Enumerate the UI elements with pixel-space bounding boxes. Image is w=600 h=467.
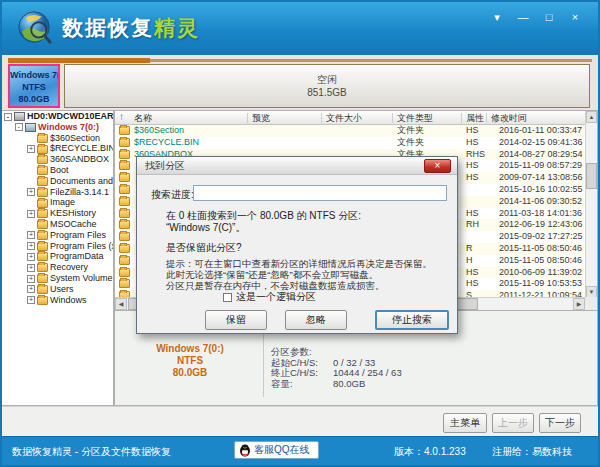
tree-item-label: $360Section (50, 133, 100, 143)
tree-item[interactable]: 360SANDBOX (2, 154, 113, 165)
title-bar: 数据恢复精灵 ▾ — □ × (2, 2, 598, 55)
plus-expand-icon[interactable]: + (27, 285, 35, 293)
minus-expand-icon[interactable]: - (4, 113, 12, 121)
tree-item[interactable]: Boot (2, 165, 113, 176)
column-separator (321, 113, 322, 123)
tree-item[interactable]: +Users (2, 284, 113, 295)
tree-item[interactable]: Image (2, 197, 113, 208)
up-folder-icon[interactable]: ↑ (119, 111, 124, 122)
folder-icon (37, 242, 48, 251)
file-row[interactable]: $RECYCLE.BIN文件夹HS2014-02-15 09:41:36 (115, 137, 585, 149)
tree-item[interactable]: +$RECYCLE.BIN (2, 143, 113, 154)
tree-item[interactable]: $360Section (2, 133, 113, 144)
minus-expand-icon[interactable]: - (15, 123, 23, 131)
drive-icon (25, 123, 36, 132)
minimize-icon[interactable]: — (514, 10, 532, 24)
folder-icon (119, 244, 130, 253)
tree-item[interactable]: +FileZilla-3.14.1 (2, 187, 113, 198)
cell-time: 2012-06-19 12:43:06 (499, 219, 583, 231)
dialog-close-icon[interactable]: × (424, 159, 451, 173)
tree-item-label: ProgramData (50, 251, 104, 261)
globe-magnifier-icon (16, 9, 54, 47)
tree-item[interactable]: +KESHistory (2, 208, 113, 219)
partition-box-free[interactable]: 空闲 851.5GB (64, 64, 590, 108)
next-step-button[interactable]: 下一步 (539, 413, 581, 433)
plus-expand-icon[interactable]: + (27, 188, 35, 196)
file-list-header[interactable]: ↑ 名称 预览 文件大小 文件类型 属性 修改时间 (115, 111, 585, 125)
partition-size: 80.0GB (10, 93, 58, 105)
col-name[interactable]: 名称 (134, 112, 152, 125)
tree-item[interactable]: -Windows 7(0:) (2, 122, 113, 133)
plus-expand-icon[interactable]: + (27, 210, 35, 218)
folder-icon (119, 126, 130, 135)
folder-icon (119, 279, 130, 288)
vertical-scroll-thumb[interactable] (586, 163, 597, 189)
dialog-title-bar[interactable]: 找到分区 (137, 157, 457, 175)
tree-item-label: Windows 7(0:) (38, 122, 99, 132)
plus-expand-icon[interactable]: + (27, 264, 35, 272)
plus-expand-icon[interactable]: + (27, 253, 35, 261)
folder-icon (119, 161, 130, 170)
cell-time: 2015-10-16 10:02:55 (499, 184, 583, 196)
main-menu-button[interactable]: 主菜单 (443, 413, 487, 433)
ignore-button[interactable]: 忽略 (285, 310, 347, 330)
vertical-scrollbar[interactable]: ▲ ▼ (585, 111, 597, 298)
logical-partition-checkbox[interactable]: 这是一个逻辑分区 (223, 290, 316, 304)
scrollbar-corner (585, 297, 597, 310)
qq-online-button[interactable]: 客服QQ在线 (234, 441, 319, 459)
tree-item-label: Program Files (50, 230, 106, 240)
folder-icon (37, 296, 48, 305)
partition-label: Windows 7(0:) (10, 69, 58, 81)
scroll-up-icon[interactable]: ▲ (586, 111, 597, 123)
close-icon[interactable]: × (566, 10, 584, 24)
folder-icon (37, 285, 48, 294)
tree-item-label: $RECYCLE.BIN (50, 143, 114, 153)
tree-item[interactable]: Documents and Setti (2, 176, 113, 187)
folder-icon (119, 150, 130, 159)
prev-step-button[interactable]: 上一步 (492, 413, 534, 433)
stop-search-button[interactable]: 停止搜索 (375, 310, 449, 330)
param-label: 容量: (271, 379, 333, 390)
tree-item[interactable]: -HD0:WDCWD10EARS-00Y5B1 (2, 111, 113, 122)
col-mtime[interactable]: 修改时间 (491, 112, 527, 125)
tree-item[interactable]: MSOCache (2, 219, 113, 230)
app-logo: 数据恢复精灵 (16, 9, 200, 47)
tree-item[interactable]: +Program Files (x86) (2, 241, 113, 252)
param-value: 0 / 32 / 33 (333, 357, 375, 368)
plus-expand-icon[interactable]: + (27, 145, 35, 153)
plus-expand-icon[interactable]: + (27, 296, 35, 304)
column-separator (392, 113, 393, 123)
file-row[interactable]: $360Section文件夹HS2016-01-11 00:33:47 (115, 125, 585, 137)
col-preview[interactable]: 预览 (252, 112, 270, 125)
col-type[interactable]: 文件类型 (397, 112, 433, 125)
tree-item-label: Windows (50, 295, 87, 305)
col-size[interactable]: 文件大小 (326, 112, 362, 125)
maximize-icon[interactable]: □ (540, 10, 558, 24)
column-separator (247, 113, 248, 123)
plus-expand-icon[interactable]: + (27, 275, 35, 283)
qq-online-label: 客服QQ在线 (254, 442, 310, 458)
col-attr[interactable]: 属性 (466, 112, 484, 125)
keep-button[interactable]: 保留 (205, 310, 267, 330)
directory-tree[interactable]: -HD0:WDCWD10EARS-00Y5B1-Windows 7(0:)$36… (2, 110, 114, 406)
tree-item[interactable]: +ProgramData (2, 251, 113, 262)
tree-item[interactable]: +Windows (2, 295, 113, 306)
scroll-right-icon[interactable]: ▶ (573, 298, 585, 310)
tree-item[interactable]: +Program Files (2, 230, 113, 241)
tree-item-label: KESHistory (50, 208, 96, 218)
checkbox-icon[interactable] (223, 293, 232, 302)
param-label: 终止C/H/S: (271, 368, 333, 379)
folder-icon (37, 166, 48, 175)
plus-expand-icon[interactable]: + (27, 231, 35, 239)
scroll-left-icon[interactable]: ◀ (115, 298, 127, 310)
keep-question: 是否保留此分区? (166, 241, 242, 255)
tree-item[interactable]: +Recovery (2, 262, 113, 273)
tray-icon[interactable]: ▾ (488, 10, 506, 24)
search-progress-field[interactable] (193, 185, 447, 201)
partition-box-windows7[interactable]: Windows 7(0:) NTFS 80.0GB (8, 64, 60, 108)
dialog-tips: 提示：可在主窗口中查看新分区的详细情况后再决定是否保留。 此时无论选择“保留”还… (166, 258, 432, 291)
plus-expand-icon[interactable]: + (27, 242, 35, 250)
tree-item[interactable]: +System Volume Infor (2, 273, 113, 284)
folder-icon (119, 220, 130, 229)
tree-item-label: Program Files (x86) (50, 241, 114, 251)
